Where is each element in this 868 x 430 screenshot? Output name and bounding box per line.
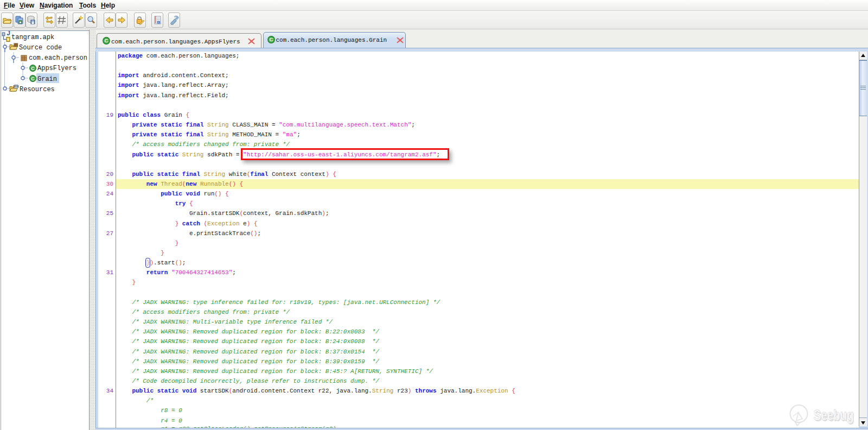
svg-text:C: C [105, 37, 108, 43]
svg-text:Seebug: Seebug [814, 407, 854, 423]
svg-text:010: 010 [14, 85, 18, 88]
svg-text:C: C [269, 36, 273, 42]
svg-text:C: C [31, 65, 35, 71]
svg-text:C: C [31, 76, 35, 81]
